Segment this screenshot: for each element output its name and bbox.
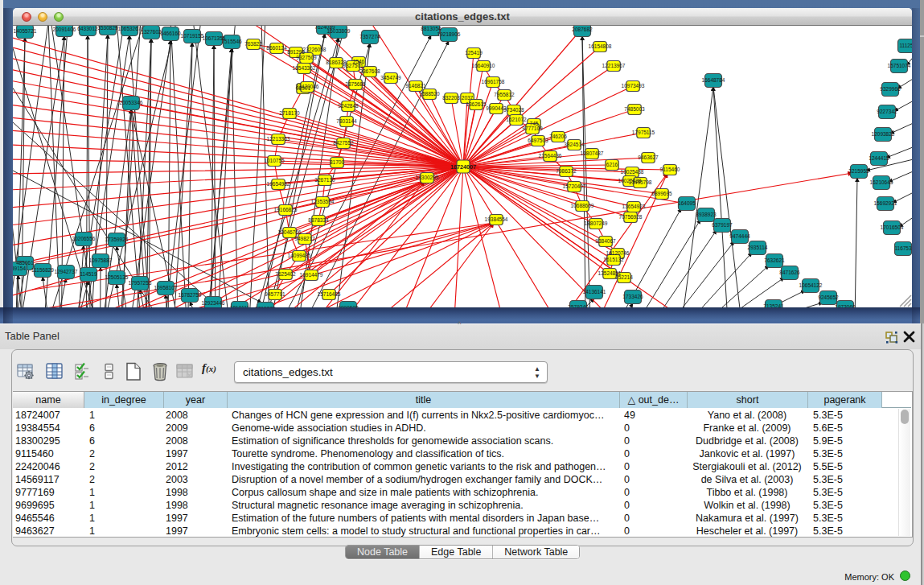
svg-text:19218906: 19218906 (437, 31, 461, 37)
svg-text:15692921: 15692921 (874, 200, 897, 206)
svg-text:7135241: 7135241 (763, 303, 784, 307)
svg-text:81700: 81700 (330, 159, 344, 165)
svg-text:10975887: 10975887 (89, 257, 113, 263)
svg-text:2215279: 2215279 (255, 306, 276, 307)
svg-text:7955812: 7955812 (494, 92, 515, 97)
svg-text:8660124: 8660124 (266, 45, 287, 51)
svg-text:14099485: 14099485 (288, 253, 311, 258)
svg-text:252214: 252214 (615, 274, 633, 280)
svg-text:12923446: 12923446 (202, 300, 225, 306)
svg-text:485061: 485061 (16, 260, 34, 266)
svg-text:12213363: 12213363 (267, 136, 290, 142)
svg-text:2579240: 2579240 (568, 304, 589, 307)
svg-text:8813054: 8813054 (421, 26, 441, 31)
svg-text:8471626: 8471626 (779, 270, 800, 275)
svg-text:9327501: 9327501 (343, 63, 363, 68)
svg-text:17975115: 17975115 (632, 130, 655, 135)
svg-text:3824514: 3824514 (564, 142, 585, 147)
svg-text:11125: 11125 (899, 43, 912, 48)
svg-text:11156829: 11156829 (31, 267, 54, 273)
svg-text:20206556: 20206556 (72, 236, 96, 241)
svg-text:164095: 164095 (678, 200, 696, 206)
svg-text:1327602: 1327602 (141, 29, 162, 35)
svg-text:18807249: 18807249 (585, 220, 608, 226)
svg-text:7485003: 7485003 (624, 106, 645, 112)
svg-text:9115460: 9115460 (660, 167, 680, 172)
svg-text:23420046: 23420046 (296, 84, 319, 89)
svg-text:16914479: 16914479 (300, 272, 323, 278)
svg-text:9777109: 9777109 (522, 126, 543, 131)
svg-text:3530829: 3530829 (97, 26, 118, 31)
svg-text:20053346: 20053346 (120, 100, 143, 105)
svg-text:18724007: 18724007 (450, 163, 476, 171)
svg-text:2935114: 2935114 (748, 245, 768, 250)
svg-text:832203: 832203 (442, 95, 460, 101)
svg-text:1733426: 1733426 (622, 294, 643, 299)
svg-text:9990608: 9990608 (338, 305, 359, 307)
svg-text:7357274: 7357274 (359, 34, 380, 39)
svg-text:12093822: 12093822 (872, 131, 895, 137)
svg-text:16033809: 16033809 (327, 28, 351, 34)
svg-text:7625402: 7625402 (275, 271, 296, 277)
svg-text:19654982: 19654982 (267, 181, 290, 187)
svg-text:16210643: 16210643 (870, 179, 893, 185)
svg-text:15720407: 15720407 (563, 183, 586, 189)
svg-text:16961758: 16961758 (482, 79, 505, 84)
svg-text:16648784: 16648784 (702, 77, 725, 83)
svg-text:39154: 39154 (13, 266, 26, 271)
svg-text:9734028: 9734028 (503, 107, 524, 113)
svg-text:3454749: 3454749 (380, 75, 401, 80)
svg-text:10807487: 10807487 (581, 150, 604, 156)
svg-text:16640910: 16640910 (472, 63, 495, 68)
svg-text:763822: 763822 (244, 41, 262, 47)
svg-text:6379197: 6379197 (712, 222, 733, 228)
svg-text:1810111: 1810111 (230, 305, 250, 307)
svg-text:15716485: 15716485 (318, 291, 341, 297)
svg-text:10046766: 10046766 (278, 229, 302, 235)
svg-text:6899695: 6899695 (651, 191, 672, 196)
svg-text:8938923: 8938923 (696, 212, 717, 217)
svg-text:16543362: 16543362 (293, 65, 316, 71)
svg-text:9146821: 9146821 (405, 83, 426, 89)
svg-text:1973060: 1973060 (835, 304, 856, 307)
svg-text:10958107: 10958107 (154, 285, 178, 290)
svg-text:19384554: 19384554 (485, 216, 508, 222)
svg-text:18300295: 18300295 (416, 175, 439, 180)
svg-text:6216: 6216 (606, 162, 618, 167)
svg-text:17359924: 17359924 (105, 237, 129, 242)
svg-text:12505135: 12505135 (105, 274, 129, 280)
svg-text:2367608: 2367608 (359, 68, 380, 74)
svg-text:16154808: 16154808 (589, 43, 612, 49)
svg-text:20091406: 20091406 (53, 27, 76, 32)
svg-text:23226058: 23226058 (303, 47, 326, 52)
svg-text:17016504: 17016504 (881, 225, 904, 230)
svg-text:2718170: 2718170 (279, 110, 300, 116)
svg-text:3267130: 3267130 (314, 177, 335, 183)
svg-text:116753: 116753 (894, 245, 912, 251)
svg-text:9245652: 9245652 (818, 295, 839, 300)
svg-text:13654923: 13654923 (622, 204, 646, 209)
svg-text:16782759: 16782759 (179, 292, 202, 298)
svg-text:6466160: 6466160 (160, 31, 181, 36)
svg-text:6433012: 6433012 (77, 26, 98, 31)
svg-text:10688609: 10688609 (571, 203, 594, 208)
svg-text:14136141: 14136141 (583, 289, 606, 295)
svg-text:7986372: 7986372 (556, 168, 577, 174)
svg-text:1615132: 1615132 (603, 257, 624, 262)
svg-text:12353594: 12353594 (311, 199, 335, 204)
svg-text:13495798: 13495798 (629, 179, 652, 185)
svg-text:9457791: 9457791 (265, 291, 285, 297)
svg-text:9463627: 9463627 (638, 154, 659, 160)
svg-text:9329966: 9329966 (880, 86, 901, 92)
svg-text:10719155: 10719155 (181, 33, 204, 39)
svg-text:12213967: 12213967 (602, 63, 626, 68)
svg-text:7803144: 7803144 (336, 118, 357, 124)
svg-text:12942737: 12942737 (55, 269, 78, 274)
svg-text:7632621: 7632621 (764, 257, 785, 263)
svg-text:10973493: 10973493 (622, 83, 645, 89)
svg-text:15751074: 15751074 (888, 63, 911, 68)
svg-text:9384067: 9384067 (595, 238, 616, 244)
svg-text:10025438: 10025438 (621, 169, 644, 175)
svg-text:1621072: 1621072 (506, 117, 527, 122)
svg-text:10653267: 10653267 (118, 26, 142, 31)
